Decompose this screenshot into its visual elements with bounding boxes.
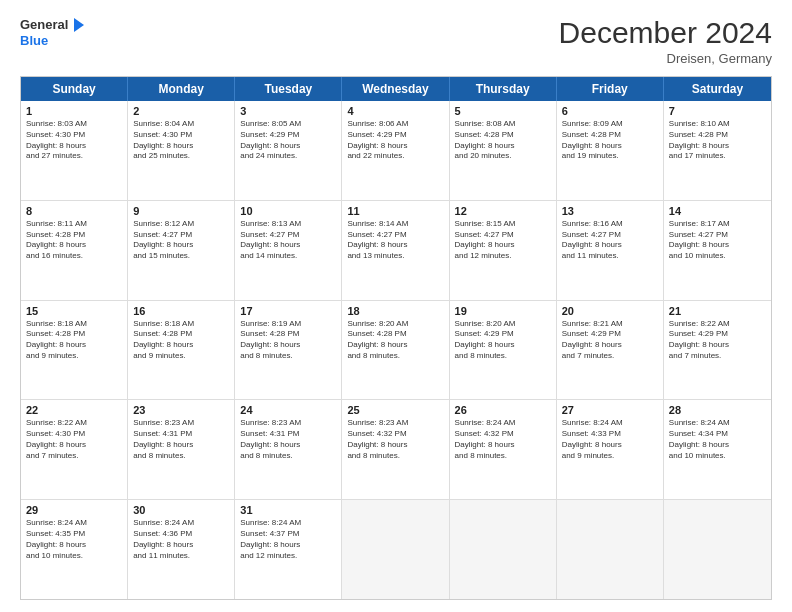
table-row: 25Sunrise: 8:23 AMSunset: 4:32 PMDayligh… (342, 400, 449, 499)
day-info: Sunrise: 8:21 AMSunset: 4:29 PMDaylight:… (562, 319, 658, 362)
table-row: 28Sunrise: 8:24 AMSunset: 4:34 PMDayligh… (664, 400, 771, 499)
day-info: Sunrise: 8:17 AMSunset: 4:27 PMDaylight:… (669, 219, 766, 262)
day-number: 17 (240, 305, 336, 317)
day-number: 26 (455, 404, 551, 416)
day-info: Sunrise: 8:03 AMSunset: 4:30 PMDaylight:… (26, 119, 122, 162)
table-row: 22Sunrise: 8:22 AMSunset: 4:30 PMDayligh… (21, 400, 128, 499)
day-number: 12 (455, 205, 551, 217)
table-row: 30Sunrise: 8:24 AMSunset: 4:36 PMDayligh… (128, 500, 235, 599)
day-info: Sunrise: 8:22 AMSunset: 4:29 PMDaylight:… (669, 319, 766, 362)
calendar: Sunday Monday Tuesday Wednesday Thursday… (20, 76, 772, 600)
table-row: 19Sunrise: 8:20 AMSunset: 4:29 PMDayligh… (450, 301, 557, 400)
title-block: December 2024 Dreisen, Germany (559, 16, 772, 66)
day-info: Sunrise: 8:16 AMSunset: 4:27 PMDaylight:… (562, 219, 658, 262)
day-number: 5 (455, 105, 551, 117)
day-info: Sunrise: 8:24 AMSunset: 4:34 PMDaylight:… (669, 418, 766, 461)
week-1: 1Sunrise: 8:03 AMSunset: 4:30 PMDaylight… (21, 101, 771, 200)
day-number: 2 (133, 105, 229, 117)
day-info: Sunrise: 8:06 AMSunset: 4:29 PMDaylight:… (347, 119, 443, 162)
day-info: Sunrise: 8:24 AMSunset: 4:32 PMDaylight:… (455, 418, 551, 461)
logo-blue: Blue (20, 34, 88, 48)
table-row: 12Sunrise: 8:15 AMSunset: 4:27 PMDayligh… (450, 201, 557, 300)
day-info: Sunrise: 8:05 AMSunset: 4:29 PMDaylight:… (240, 119, 336, 162)
table-row: 14Sunrise: 8:17 AMSunset: 4:27 PMDayligh… (664, 201, 771, 300)
day-number: 18 (347, 305, 443, 317)
header-sunday: Sunday (21, 77, 128, 101)
day-info: Sunrise: 8:15 AMSunset: 4:27 PMDaylight:… (455, 219, 551, 262)
day-number: 29 (26, 504, 122, 516)
day-number: 31 (240, 504, 336, 516)
day-info: Sunrise: 8:18 AMSunset: 4:28 PMDaylight:… (26, 319, 122, 362)
day-number: 9 (133, 205, 229, 217)
header-saturday: Saturday (664, 77, 771, 101)
day-info: Sunrise: 8:22 AMSunset: 4:30 PMDaylight:… (26, 418, 122, 461)
day-number: 24 (240, 404, 336, 416)
table-row: 18Sunrise: 8:20 AMSunset: 4:28 PMDayligh… (342, 301, 449, 400)
table-row: 27Sunrise: 8:24 AMSunset: 4:33 PMDayligh… (557, 400, 664, 499)
day-number: 28 (669, 404, 766, 416)
table-row: 26Sunrise: 8:24 AMSunset: 4:32 PMDayligh… (450, 400, 557, 499)
header-tuesday: Tuesday (235, 77, 342, 101)
day-info: Sunrise: 8:13 AMSunset: 4:27 PMDaylight:… (240, 219, 336, 262)
month-title: December 2024 (559, 16, 772, 49)
day-number: 23 (133, 404, 229, 416)
table-row: 23Sunrise: 8:23 AMSunset: 4:31 PMDayligh… (128, 400, 235, 499)
week-2: 8Sunrise: 8:11 AMSunset: 4:28 PMDaylight… (21, 200, 771, 300)
day-number: 3 (240, 105, 336, 117)
day-info: Sunrise: 8:23 AMSunset: 4:32 PMDaylight:… (347, 418, 443, 461)
day-info: Sunrise: 8:12 AMSunset: 4:27 PMDaylight:… (133, 219, 229, 262)
logo-general: General (20, 18, 68, 32)
day-info: Sunrise: 8:10 AMSunset: 4:28 PMDaylight:… (669, 119, 766, 162)
day-info: Sunrise: 8:23 AMSunset: 4:31 PMDaylight:… (240, 418, 336, 461)
week-3: 15Sunrise: 8:18 AMSunset: 4:28 PMDayligh… (21, 300, 771, 400)
day-info: Sunrise: 8:24 AMSunset: 4:37 PMDaylight:… (240, 518, 336, 561)
table-row: 5Sunrise: 8:08 AMSunset: 4:28 PMDaylight… (450, 101, 557, 200)
day-info: Sunrise: 8:08 AMSunset: 4:28 PMDaylight:… (455, 119, 551, 162)
table-row: 17Sunrise: 8:19 AMSunset: 4:28 PMDayligh… (235, 301, 342, 400)
table-row: 4Sunrise: 8:06 AMSunset: 4:29 PMDaylight… (342, 101, 449, 200)
day-info: Sunrise: 8:09 AMSunset: 4:28 PMDaylight:… (562, 119, 658, 162)
calendar-body: 1Sunrise: 8:03 AMSunset: 4:30 PMDaylight… (21, 101, 771, 599)
logo: General Blue (20, 16, 88, 48)
table-row: 13Sunrise: 8:16 AMSunset: 4:27 PMDayligh… (557, 201, 664, 300)
day-info: Sunrise: 8:24 AMSunset: 4:36 PMDaylight:… (133, 518, 229, 561)
header-thursday: Thursday (450, 77, 557, 101)
table-row (557, 500, 664, 599)
calendar-header: Sunday Monday Tuesday Wednesday Thursday… (21, 77, 771, 101)
table-row (664, 500, 771, 599)
table-row: 7Sunrise: 8:10 AMSunset: 4:28 PMDaylight… (664, 101, 771, 200)
day-info: Sunrise: 8:19 AMSunset: 4:28 PMDaylight:… (240, 319, 336, 362)
day-number: 15 (26, 305, 122, 317)
day-number: 6 (562, 105, 658, 117)
day-number: 27 (562, 404, 658, 416)
logo-arrow-icon (70, 16, 88, 34)
day-number: 14 (669, 205, 766, 217)
table-row: 20Sunrise: 8:21 AMSunset: 4:29 PMDayligh… (557, 301, 664, 400)
day-number: 8 (26, 205, 122, 217)
table-row: 1Sunrise: 8:03 AMSunset: 4:30 PMDaylight… (21, 101, 128, 200)
table-row: 10Sunrise: 8:13 AMSunset: 4:27 PMDayligh… (235, 201, 342, 300)
week-5: 29Sunrise: 8:24 AMSunset: 4:35 PMDayligh… (21, 499, 771, 599)
table-row: 31Sunrise: 8:24 AMSunset: 4:37 PMDayligh… (235, 500, 342, 599)
day-info: Sunrise: 8:20 AMSunset: 4:29 PMDaylight:… (455, 319, 551, 362)
day-number: 19 (455, 305, 551, 317)
day-info: Sunrise: 8:24 AMSunset: 4:35 PMDaylight:… (26, 518, 122, 561)
day-number: 1 (26, 105, 122, 117)
day-number: 16 (133, 305, 229, 317)
day-number: 11 (347, 205, 443, 217)
table-row: 6Sunrise: 8:09 AMSunset: 4:28 PMDaylight… (557, 101, 664, 200)
table-row (342, 500, 449, 599)
day-number: 25 (347, 404, 443, 416)
header: General Blue December 2024 Dreisen, Germ… (20, 16, 772, 66)
svg-marker-0 (74, 18, 84, 32)
table-row: 15Sunrise: 8:18 AMSunset: 4:28 PMDayligh… (21, 301, 128, 400)
day-info: Sunrise: 8:23 AMSunset: 4:31 PMDaylight:… (133, 418, 229, 461)
day-number: 7 (669, 105, 766, 117)
day-info: Sunrise: 8:18 AMSunset: 4:28 PMDaylight:… (133, 319, 229, 362)
table-row: 11Sunrise: 8:14 AMSunset: 4:27 PMDayligh… (342, 201, 449, 300)
table-row: 21Sunrise: 8:22 AMSunset: 4:29 PMDayligh… (664, 301, 771, 400)
location: Dreisen, Germany (559, 51, 772, 66)
day-info: Sunrise: 8:04 AMSunset: 4:30 PMDaylight:… (133, 119, 229, 162)
day-info: Sunrise: 8:11 AMSunset: 4:28 PMDaylight:… (26, 219, 122, 262)
header-friday: Friday (557, 77, 664, 101)
